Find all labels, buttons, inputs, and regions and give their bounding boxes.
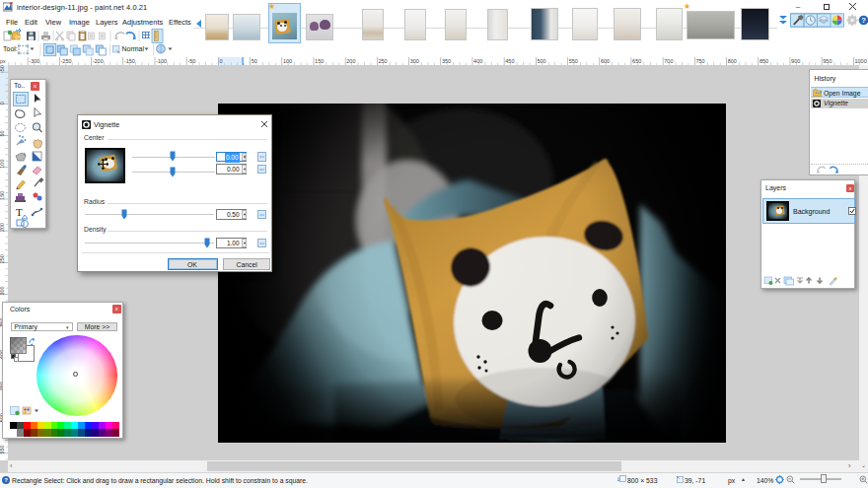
svg-text:950: 950 (823, 58, 832, 64)
svg-text:-50: -50 (187, 58, 195, 64)
svg-text:Tool:: Tool: (3, 45, 18, 52)
svg-text:-300: -300 (29, 58, 39, 64)
svg-text:750: 750 (696, 58, 705, 64)
svg-text:600: 600 (601, 58, 610, 64)
svg-text:250: 250 (0, 254, 5, 263)
svg-text:-150: -150 (124, 58, 135, 64)
svg-text:200: 200 (346, 58, 355, 64)
svg-text:150: 150 (315, 58, 324, 64)
svg-text:300: 300 (410, 58, 419, 64)
svg-text:900: 900 (791, 58, 800, 64)
svg-text:T: T (16, 206, 23, 218)
svg-text:Normal: Normal (122, 45, 145, 52)
svg-text:-250: -250 (61, 58, 72, 64)
svg-text:0: 0 (0, 102, 5, 105)
svg-text:250: 250 (379, 58, 388, 64)
svg-text:50: 50 (252, 58, 257, 64)
svg-text:500: 500 (538, 58, 546, 64)
svg-text:-200: -200 (93, 58, 104, 64)
svg-text:550: 550 (0, 445, 5, 453)
svg-text:300: 300 (0, 286, 5, 295)
svg-text:850: 850 (760, 58, 768, 64)
svg-text:100: 100 (283, 58, 292, 64)
svg-text:100: 100 (0, 160, 5, 169)
svg-text:-50: -50 (0, 65, 5, 73)
svg-text:?: ? (861, 16, 866, 25)
svg-text:550: 550 (569, 58, 578, 64)
svg-text:50: 50 (0, 130, 5, 136)
svg-text:400: 400 (473, 58, 482, 64)
svg-text:200: 200 (0, 223, 5, 232)
svg-text:450: 450 (505, 58, 514, 64)
svg-text:650: 650 (632, 58, 641, 64)
svg-text:700: 700 (664, 58, 673, 64)
svg-text:150: 150 (0, 191, 5, 200)
svg-text:800: 800 (728, 58, 737, 64)
svg-text:-100: -100 (156, 58, 167, 64)
svg-text:350: 350 (442, 58, 451, 64)
svg-text:1000: 1000 (855, 58, 867, 64)
svg-text:0: 0 (220, 58, 223, 64)
